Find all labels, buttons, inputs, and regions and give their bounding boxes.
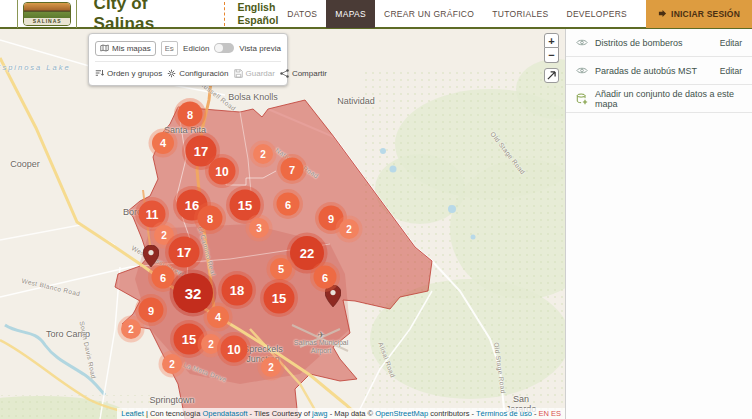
add-dataset-button[interactable]: Añadir un conjunto de datos a este mapa — [566, 85, 752, 113]
cluster-marker[interactable]: 6 — [277, 193, 300, 216]
cluster-marker[interactable]: 5 — [270, 258, 292, 280]
cluster-marker[interactable]: 32 — [173, 273, 213, 313]
map-canvas[interactable]: Espinosa LakeCooperBolsa KnollsNatividad… — [0, 29, 565, 419]
datasets-sidebar: Distritos de bomberosEditarParadas de au… — [565, 29, 752, 419]
cluster-marker[interactable]: 10 — [209, 158, 236, 185]
map-basemap — [0, 29, 565, 419]
attribution-link[interactable]: OpenStreetMap — [375, 409, 428, 418]
cluster-marker[interactable]: 6 — [152, 266, 175, 289]
attribution-link[interactable]: Términos de uso — [476, 409, 532, 418]
nav-item-crear-un-gr-fico[interactable]: CREAR UN GRÁFICO — [375, 0, 483, 28]
sort-icon — [95, 69, 104, 77]
logo-landscape — [24, 3, 70, 18]
logo-text: SALINAS — [24, 18, 70, 25]
cluster-marker[interactable]: 22 — [290, 236, 324, 270]
add-dataset-label: Añadir un conjunto de datos a este mapa — [595, 89, 742, 109]
language-divider — [224, 2, 225, 26]
dataset-row[interactable]: Paradas de autobús MSTEditar — [566, 57, 752, 85]
locate-button[interactable] — [544, 68, 559, 83]
attribution-language-link[interactable]: EN ES — [538, 409, 561, 418]
signin-label: INICIAR SESIÓN — [671, 9, 740, 19]
cluster-marker[interactable]: 4 — [207, 306, 229, 328]
nav-item-developers[interactable]: DEVELOPERS — [557, 0, 636, 28]
my-maps-button[interactable]: Mis mapas — [95, 41, 156, 56]
share-button[interactable]: Compartir — [280, 69, 327, 78]
attribution-text: contributors - — [428, 409, 476, 418]
cluster-marker[interactable]: 15 — [264, 283, 295, 314]
cluster-marker[interactable]: 2 — [201, 334, 221, 354]
dataset-edit-link[interactable]: Editar — [720, 66, 742, 76]
cluster-marker[interactable]: 6 — [314, 266, 337, 289]
dataset-label: Paradas de autobús MST — [595, 66, 713, 76]
settings-button[interactable]: Configuración — [167, 69, 228, 78]
cluster-marker[interactable]: 10 — [221, 336, 248, 363]
toggle-knob — [215, 44, 223, 52]
eye-icon — [576, 38, 588, 47]
order-groups-label: Orden y grupos — [107, 69, 162, 78]
cluster-marker[interactable]: 3 — [249, 218, 269, 238]
attribution-link[interactable]: Leaflet — [121, 409, 144, 418]
dataset-edit-link[interactable]: Editar — [720, 38, 742, 48]
language-switcher: English Español — [237, 1, 278, 26]
cluster-marker[interactable]: 9 — [139, 298, 164, 323]
attribution-text: - Map data © — [328, 409, 376, 418]
nav-item-mapas[interactable]: MAPAS — [326, 0, 375, 28]
nav-item-tutoriales[interactable]: TUTORIALES — [483, 0, 557, 28]
cluster-marker[interactable]: 8 — [178, 102, 203, 127]
toolbar-row-2: Orden y grupos Configuración Guardar — [95, 61, 281, 81]
language-english[interactable]: English — [237, 1, 278, 13]
cluster-marker[interactable]: 17 — [169, 237, 200, 268]
cluster-marker[interactable]: 2 — [261, 357, 281, 377]
zoom-out-button[interactable]: − — [544, 48, 559, 63]
attribution-text: | Con tecnología — [144, 409, 203, 418]
dataset-label: Distritos de bomberos — [595, 38, 713, 48]
cluster-marker[interactable]: 8 — [198, 206, 223, 231]
attribution-link[interactable]: jawg — [312, 409, 327, 418]
attribution-link[interactable]: Opendatasoft — [202, 409, 247, 418]
app-header: SALINAS City of Salinas English Español … — [0, 0, 752, 29]
signin-button[interactable]: INICIAR SESIÓN — [646, 0, 752, 28]
edit-preview-toggle[interactable] — [214, 43, 234, 53]
cluster-marker[interactable]: 2 — [339, 219, 359, 239]
locate-icon — [547, 71, 556, 80]
cluster-marker[interactable]: 4 — [152, 132, 174, 154]
attribution-text: - Tiles Courtesy of — [248, 409, 313, 418]
cluster-marker[interactable]: 18 — [222, 275, 253, 306]
save-button[interactable]: Guardar — [234, 69, 275, 78]
map-zoom-controls: + − — [544, 33, 559, 83]
language-espanol[interactable]: Español — [237, 14, 278, 26]
cluster-marker[interactable]: 15 — [230, 190, 261, 221]
save-label: Guardar — [246, 69, 275, 78]
map-pin[interactable] — [325, 285, 341, 311]
city-logo[interactable]: SALINAS — [17, 0, 77, 28]
map-icon — [100, 44, 109, 52]
zoom-in-button[interactable]: + — [544, 33, 559, 48]
eye-icon — [576, 66, 588, 75]
save-icon — [234, 69, 243, 78]
nav-item-datos[interactable]: DATOS — [278, 0, 326, 28]
share-icon — [280, 69, 289, 78]
edit-mode-label: Edición — [183, 44, 209, 53]
gear-icon — [167, 69, 176, 78]
settings-label: Configuración — [179, 69, 228, 78]
cluster-marker[interactable]: 11 — [139, 201, 166, 228]
cluster-marker[interactable]: 7 — [281, 158, 304, 181]
order-groups-button[interactable]: Orden y grupos — [95, 69, 162, 78]
main-nav: DATOSMAPASCREAR UN GRÁFICOTUTORIALESDEVE… — [278, 0, 636, 28]
cluster-marker[interactable]: 2 — [253, 144, 273, 164]
share-label: Compartir — [292, 69, 327, 78]
city-logo-image: SALINAS — [23, 2, 71, 26]
dataset-row[interactable]: Distritos de bomberosEditar — [566, 29, 752, 57]
cluster-marker[interactable]: 15 — [174, 324, 205, 355]
cluster-marker[interactable]: 2 — [162, 354, 182, 374]
signin-icon — [658, 9, 667, 18]
preview-label: Vista previa — [239, 44, 281, 53]
cluster-marker[interactable]: 2 — [121, 319, 141, 339]
add-dataset-icon — [576, 93, 588, 105]
my-maps-label: Mis mapas — [112, 44, 151, 53]
map-attribution: Leaflet | Con tecnología Opendatasoft - … — [117, 408, 565, 419]
map-name-input[interactable] — [161, 41, 178, 56]
map-toolbar: Mis mapas Edición Vista previa Orden y g… — [88, 33, 288, 86]
toolbar-row-1: Mis mapas Edición Vista previa — [95, 38, 281, 58]
